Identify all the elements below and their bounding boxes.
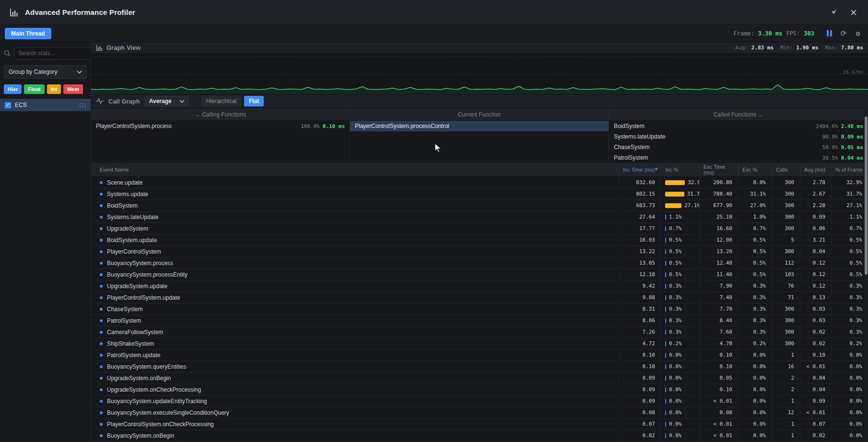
search-input[interactable]: [14, 47, 97, 59]
column-header-exc-time-ms-[interactable]: Exc Time (ms): [699, 163, 738, 176]
group-by-select[interactable]: Group by Category: [4, 65, 87, 79]
table-row[interactable]: CameraFollowSystem7.260.3%7.600.3%3000.0…: [91, 326, 868, 338]
table-row[interactable]: BoidSystem.update16.030.5%12.000.5%53.21…: [91, 234, 868, 246]
collapse-icon[interactable]: [829, 8, 838, 17]
table-row[interactable]: BoidSystem683.7327.1%677.9027.0%3002.282…: [91, 200, 868, 211]
exc-percent-cell: 0.5%: [738, 269, 772, 280]
scrollbar-thumb[interactable]: [865, 116, 868, 275]
table-row[interactable]: BuoyancySystem.updateEntityTracking0.090…: [91, 395, 868, 407]
refresh-icon[interactable]: ⟳: [838, 28, 849, 39]
calls-cell: 2: [772, 384, 800, 395]
function-name: BoidSystem: [614, 123, 645, 129]
exc-time-cell: 4.70: [699, 338, 738, 349]
column-header-inc-time-ms-[interactable]: Inc Time (ms)▼: [619, 163, 661, 176]
calls-cell: 300: [772, 315, 800, 326]
inc-time-cell: 8.06: [619, 315, 661, 326]
table-row[interactable]: ShipShakeSystem4.720.2%4.700.2%3000.020.…: [91, 338, 868, 349]
column-header-calls[interactable]: Calls: [772, 163, 800, 176]
exc-time-cell: 0.05: [699, 372, 738, 384]
table-row[interactable]: Systems.lateUpdate27.641.1%25.101.0%3000…: [91, 211, 868, 223]
avg-time-cell: 2.78: [800, 177, 831, 188]
frame-percent-cell: 0.5%: [831, 246, 868, 257]
table-row[interactable]: BuoyancySystem.onBegin0.020.0%< 0.010.0%…: [91, 430, 868, 442]
filter-chip-int[interactable]: Int: [47, 84, 61, 94]
called-function-row[interactable]: Systems.lateUpdate90.0%0.09 ms: [609, 131, 868, 142]
call-graph-mode-select[interactable]: Average: [145, 96, 189, 106]
column-header-avg-ms-[interactable]: Avg (ms): [800, 163, 831, 176]
hierarchical-button[interactable]: Hierarchical: [201, 96, 241, 106]
column-header-exc-[interactable]: Exc %: [738, 163, 772, 176]
filter-chip-float[interactable]: Float: [24, 84, 44, 94]
filter-chip-mem[interactable]: Mem: [63, 84, 83, 94]
calls-cell: 300: [772, 200, 800, 211]
tab-main-thread[interactable]: Main Thread: [5, 28, 51, 39]
frame-value: 3.30 ms: [758, 30, 783, 37]
table-row[interactable]: Scene.update832.6032.9%200.808.0%3002.78…: [91, 177, 868, 188]
inc-percent-cell: 0.0%: [661, 395, 699, 407]
column-header--of-frame[interactable]: % of Frame: [831, 163, 868, 176]
called-function-row[interactable]: BoidSystem2484.6%2.48 ms: [609, 121, 868, 131]
inc-percent-bar: [665, 353, 666, 358]
calls-cell: 12: [772, 407, 800, 418]
table-row[interactable]: PatrolSystem.update0.100.0%0.100.0%10.10…: [91, 349, 868, 361]
frame-percent-cell: 0.5%: [831, 234, 868, 245]
max-value: 7.80 ms: [841, 45, 863, 51]
called-function-row[interactable]: PatrolSystem38.5%0.04 ms: [609, 152, 868, 163]
time-value: 0.10 ms: [323, 123, 345, 129]
percent-value: 38.5%: [822, 155, 838, 161]
event-name-cell: BuoyancySystem.processEntity: [91, 269, 619, 280]
current-function-row[interactable]: PlayerControlSystem.processControl: [350, 121, 609, 131]
table-row[interactable]: PlayerControlSystem.onCheckProcessing0.0…: [91, 419, 868, 430]
table-row[interactable]: UpgradeSystem.onBegin0.090.0%0.050.0%20.…: [91, 372, 868, 384]
inc-percent-cell: 0.5%: [661, 246, 699, 257]
frame-percent-cell: 0.0%: [831, 349, 868, 361]
checkbox-icon[interactable]: ✓: [5, 102, 11, 108]
exc-percent-cell: 0.3%: [738, 280, 772, 291]
column-header-inc-[interactable]: Inc %: [661, 163, 699, 176]
avg-time-cell: 0.02: [800, 430, 831, 441]
column-header-event-name[interactable]: Event Name: [91, 163, 619, 176]
avg-time-cell: 3.21: [800, 234, 831, 245]
table-row[interactable]: PlayerControlSystem13.220.5%13.200.5%300…: [91, 246, 868, 257]
frame-percent-cell: 0.3%: [831, 315, 868, 326]
pause-icon[interactable]: [824, 28, 834, 39]
exc-time-cell: < 0.01: [699, 395, 738, 407]
filter-chip-hier[interactable]: Hier: [4, 84, 22, 94]
graph-stats: Avg: 2.83 ms Min: 1.90 ms Max: 7.80 ms: [736, 45, 863, 51]
inc-percent-cell: 0.0%: [661, 361, 699, 372]
table-row[interactable]: BuoyancySystem.process13.050.5%12.400.5%…: [91, 257, 868, 269]
frame-percent-cell: 0.0%: [831, 384, 868, 395]
table-row[interactable]: UpgradeSystem17.770.7%16.600.7%3000.060.…: [91, 223, 868, 234]
table-row[interactable]: UpgradeSystem.update9.420.3%7.900.3%760.…: [91, 280, 868, 292]
avg-value: 2.83 ms: [751, 45, 774, 51]
close-icon[interactable]: [849, 8, 858, 17]
frame-time-graph[interactable]: 16.67ms: [91, 54, 868, 94]
category-dot-icon: [100, 331, 103, 334]
exc-percent-cell: 0.5%: [738, 234, 772, 245]
exc-time-cell: 7.70: [699, 303, 738, 314]
frame-percent-cell: 0.5%: [831, 269, 868, 280]
gear-icon[interactable]: ⚙: [853, 28, 863, 39]
table-row[interactable]: PatrolSystem8.060.3%8.400.3%3000.030.3%: [91, 315, 868, 326]
inc-time-cell: 4.72: [619, 338, 661, 349]
sidebar-item-ecs[interactable]: ✓ECS(1): [0, 99, 91, 111]
avg-time-cell: 2.28: [800, 200, 831, 211]
table-row[interactable]: ChaseSystem8.310.3%7.700.3%3000.030.3%: [91, 303, 868, 315]
table-row[interactable]: PlayerControlSystem.update9.080.3%7.400.…: [91, 292, 868, 303]
table-row[interactable]: Systems.update802.1531.7%780.4031.1%3002…: [91, 188, 868, 200]
inc-percent-bar: [665, 284, 666, 289]
title-bar: Advanced Performance Profiler: [0, 0, 868, 25]
table-row[interactable]: BuoyancySystem.processEntity12.180.5%11.…: [91, 269, 868, 280]
table-row[interactable]: BuoyancySystem.executeSingleConditionQue…: [91, 407, 868, 419]
table-row[interactable]: UpgradeSystem.onCheckProcessing0.090.0%0…: [91, 384, 868, 395]
min-value: 1.90 ms: [796, 45, 818, 51]
inc-time-cell: 0.09: [619, 395, 661, 407]
called-function-row[interactable]: ChaseSystem50.0%0.05 ms: [609, 142, 868, 152]
vertical-scrollbar[interactable]: [864, 110, 868, 442]
inc-time-cell: 0.09: [619, 384, 661, 395]
calls-cell: 300: [772, 338, 800, 349]
inc-percent-bar: [665, 226, 666, 231]
flat-button[interactable]: Flat: [244, 96, 264, 106]
calling-function-row[interactable]: PlayerControlSystem.process100.0%0.10 ms: [91, 121, 350, 131]
table-row[interactable]: BuoyancySystem.queryEntities0.100.0%0.10…: [91, 361, 868, 372]
